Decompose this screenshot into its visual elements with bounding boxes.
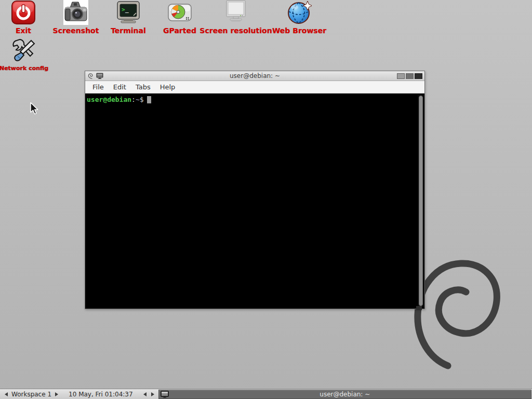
workspace-next-arrow[interactable] [55,392,58,396]
prompt-user-host: user@debian [87,96,131,103]
tools-icon [11,37,36,62]
monitor-icon [223,0,248,25]
window-title: user@debian: ~ [85,72,424,79]
icon-label: Exit [16,27,31,35]
power-icon [11,0,36,25]
debian-swirl-watermark [411,258,505,373]
menu-tabs[interactable]: Tabs [131,82,155,92]
scrollbar-thumb[interactable] [419,96,423,306]
maximize-button[interactable] [406,73,414,79]
debian-swirl-icon [87,73,94,79]
icon-label: GParted [163,27,196,35]
terminal-mini-icon [96,73,103,79]
terminal-scrollbar[interactable] [418,95,424,307]
icon-label: Network config [0,64,48,72]
terminal-window[interactable]: user@debian: ~ File Edit Tabs Help user@… [85,71,425,309]
taskbar: Workspace 1 10 May, Fri 01:04:37 user@de… [0,389,532,399]
window-titlebar[interactable]: user@debian: ~ [85,71,424,81]
task-button-terminal[interactable]: user@debian: ~ [158,390,531,399]
workspace-prev-arrow[interactable] [5,392,8,396]
terminal-screen[interactable]: user@debian:~$ [85,94,424,308]
menu-edit[interactable]: Edit [109,82,131,92]
icon-label: Web Browser [272,27,326,35]
menu-file[interactable]: File [88,82,109,92]
disk-partition-icon [167,0,192,25]
close-button[interactable] [415,73,422,79]
desktop-icon-network-config[interactable]: Network config [0,37,60,72]
prompt-symbol: $ [140,96,144,103]
prompt-separator: : [131,96,136,103]
svg-text:>: > [122,6,125,13]
workspace-label[interactable]: Workspace 1 [11,391,51,398]
taskbar-clock: 10 May, Fri 01:04:37 [69,391,133,398]
tasklist-next-arrow[interactable] [151,392,154,396]
desktop: Exit Screenshot > _ Terminal [0,0,532,399]
desktop-icon-screen-resolution[interactable]: Screen resolution [200,0,272,35]
prompt-path: ~ [136,96,140,103]
tasklist-prev-arrow[interactable] [143,392,147,396]
icon-label: Screen resolution [200,27,272,35]
terminal-cursor [147,96,151,103]
svg-text:_: _ [125,6,129,13]
terminal-mini-icon [161,391,169,398]
window-resize-grip[interactable] [416,306,422,310]
desktop-icon-web-browser[interactable]: Web Browser [263,0,336,35]
task-button-label: user@debian: ~ [320,391,370,398]
terminal-menubar: File Edit Tabs Help [85,81,424,94]
globe-icon [287,0,312,25]
menu-help[interactable]: Help [155,82,180,92]
minimize-button[interactable] [397,73,405,79]
icon-label: Terminal [111,27,146,35]
mouse-cursor [30,102,40,116]
shell-prompt-line: user@debian:~$ [87,96,423,104]
camera-icon [63,0,88,25]
crt-terminal-icon: > _ [116,0,141,25]
